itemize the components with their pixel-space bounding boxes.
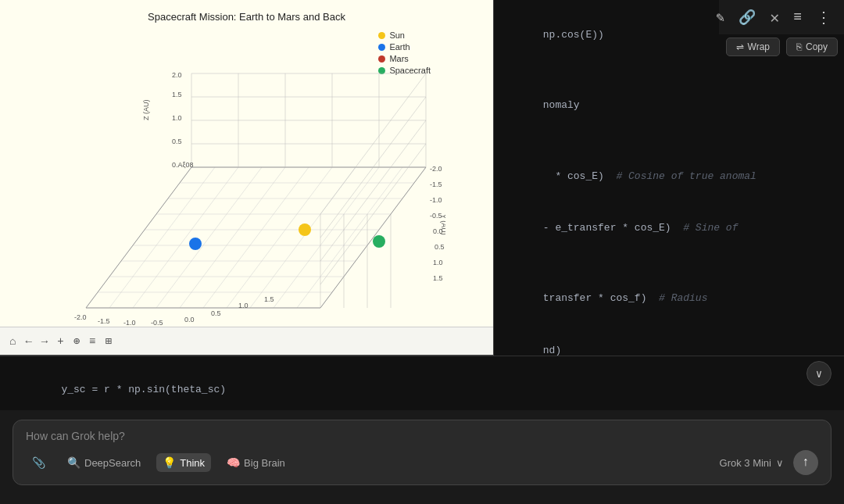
think-button[interactable]: 💡 Think — [156, 453, 211, 472]
code-line-2 — [506, 61, 831, 80]
svg-text:-1.5: -1.5 — [430, 181, 442, 188]
chat-placeholder[interactable]: How can Grok help? — [26, 430, 818, 442]
svg-line-16 — [227, 167, 332, 308]
chat-input-container: How can Grok help? 📎 🔍 DeepSearch 💡 Thin… — [13, 420, 831, 485]
legend-item-earth: Earth — [378, 42, 431, 52]
spacecraft-point — [373, 235, 385, 248]
back-nav-icon[interactable]: ← — [25, 335, 31, 348]
legend-item-sun: Sun — [378, 30, 431, 40]
bigbrain-button[interactable]: 🧠 Big Brain — [220, 453, 291, 472]
menu-icon[interactable]: ⋮ — [816, 8, 831, 27]
deepsearch-button[interactable]: 🔍 DeepSearch — [61, 453, 147, 472]
grid-nav-icon[interactable]: ⊞ — [105, 334, 111, 348]
send-icon: ↑ — [802, 456, 810, 470]
earth-point — [189, 238, 202, 250]
chat-toolbar-right: Grok 3 Mini ∨ ↑ — [720, 450, 818, 475]
think-icon: 💡 — [163, 456, 176, 469]
code-line-8: transfer * cos_f) # Radius — [506, 273, 831, 324]
attach-button[interactable]: 📎 — [26, 453, 52, 472]
svg-text:Z (AU): Z (AU) — [142, 100, 150, 121]
bigbrain-icon: 🧠 — [227, 456, 240, 469]
svg-text:2.0: 2.0 — [172, 71, 182, 79]
chart-navigation: ⌂ ← → + ⊕ ≡ ⊞ — [0, 327, 494, 355]
code-line-9: nd) — [506, 324, 831, 356]
chat-toolbar: 📎 🔍 DeepSearch 💡 Think 🧠 Big Brain Grok — [26, 450, 818, 475]
code-line-3: nomaly — [506, 80, 831, 131]
options-nav-icon[interactable]: ≡ — [89, 335, 95, 348]
svg-text:Y (AU): Y (AU) — [440, 214, 445, 235]
svg-line-13 — [156, 167, 262, 308]
chart-title: Spacecraft Mission: Earth to Mars and Ba… — [0, 11, 493, 23]
code-line-4 — [506, 132, 831, 151]
svg-text:-2.0: -2.0 — [430, 165, 442, 173]
svg-text:-0.5: -0.5 — [151, 319, 163, 327]
svg-line-15 — [203, 167, 309, 308]
list-icon[interactable]: ≡ — [793, 9, 802, 25]
collapse-button[interactable]: ∨ — [806, 361, 831, 386]
svg-text:1.5: 1.5 — [433, 274, 443, 282]
svg-line-12 — [133, 167, 238, 308]
attach-icon: 📎 — [32, 456, 45, 469]
code-content: np.cos(E)) nomaly * cos_E) # Cosine of t… — [494, 0, 844, 356]
top-bar: ✎ 🔗 ✕ ≡ ⋮ — [719, 0, 844, 34]
search-icon: 🔍 — [67, 456, 80, 469]
legend-label-earth: Earth — [389, 42, 409, 52]
svg-line-22 — [86, 167, 191, 308]
svg-text:1.0: 1.0 — [172, 114, 182, 122]
chevron-down-icon: ∨ — [776, 457, 784, 469]
edit-icon[interactable]: ✎ — [716, 9, 724, 26]
svg-line-23 — [320, 167, 426, 308]
svg-line-18 — [274, 167, 379, 308]
svg-text:0.5: 0.5 — [211, 309, 221, 317]
svg-text:0.5: 0.5 — [435, 243, 445, 251]
link-icon[interactable]: 🔗 — [738, 9, 756, 26]
chevron-down-icon: ∨ — [816, 367, 822, 381]
code-line-6: - e_transfer * cos_E) # Sine of — [506, 202, 831, 254]
home-nav-icon[interactable]: ⌂ — [9, 335, 16, 348]
svg-text:-2.0: -2.0 — [74, 313, 87, 321]
chart-panel: Spacecraft Mission: Earth to Mars and Ba… — [0, 0, 494, 356]
sun-point — [299, 223, 311, 236]
forward-nav-icon[interactable]: → — [41, 335, 48, 348]
search-nav-icon[interactable]: ⊕ — [73, 334, 80, 348]
svg-text:-1.0: -1.0 — [123, 319, 136, 327]
svg-text:0.5: 0.5 — [172, 138, 182, 145]
svg-text:0.0: 0.0 — [184, 316, 195, 323]
svg-text:1.0: 1.0 — [238, 302, 249, 309]
zoom-in-nav-icon[interactable]: + — [57, 335, 63, 348]
code-line-5: * cos_E) # Cosine of true anomal — [506, 151, 831, 202]
3d-grid-chart: -2.0 -1.5 -1.0 -0.5 0.0 0.5 1.0 1.5 X (A… — [39, 54, 445, 335]
svg-line-11 — [109, 167, 215, 308]
legend-label-sun: Sun — [389, 30, 405, 40]
svg-text:-1.5: -1.5 — [98, 317, 110, 325]
earth-dot — [378, 44, 385, 51]
send-button[interactable]: ↑ — [793, 450, 818, 475]
code-line-7 — [506, 254, 831, 273]
svg-line-19 — [297, 167, 402, 308]
svg-text:1.5: 1.5 — [264, 295, 274, 303]
bottom-code-line-1: y_sc = r * np.sin(theta_sc) — [13, 364, 831, 414]
code-panel: ⇌ Wrap ⎘ Copy np.cos(E)) nomaly * cos_E)… — [494, 0, 844, 356]
chat-toolbar-left: 📎 🔍 DeepSearch 💡 Think 🧠 Big Brain — [26, 453, 291, 472]
svg-text:1.5: 1.5 — [172, 91, 182, 98]
bottom-code-area: y_sc = r * np.sin(theta_sc) z_sc = 0 eli… — [0, 356, 844, 414]
svg-text:-1.0: -1.0 — [430, 196, 442, 204]
chart-area: Sun Earth Mars Spacecraft — [0, 23, 493, 346]
model-selector-button[interactable]: Grok 3 Mini ∨ — [720, 457, 784, 469]
close-x-icon[interactable]: ✕ — [770, 8, 779, 27]
sun-dot — [378, 32, 385, 39]
chat-area: How can Grok help? 📎 🔍 DeepSearch 💡 Thin… — [0, 410, 844, 504]
svg-text:1.0: 1.0 — [433, 259, 443, 266]
svg-text:0.Aξ08: 0.Aξ08 — [172, 161, 194, 169]
svg-line-14 — [180, 167, 285, 308]
